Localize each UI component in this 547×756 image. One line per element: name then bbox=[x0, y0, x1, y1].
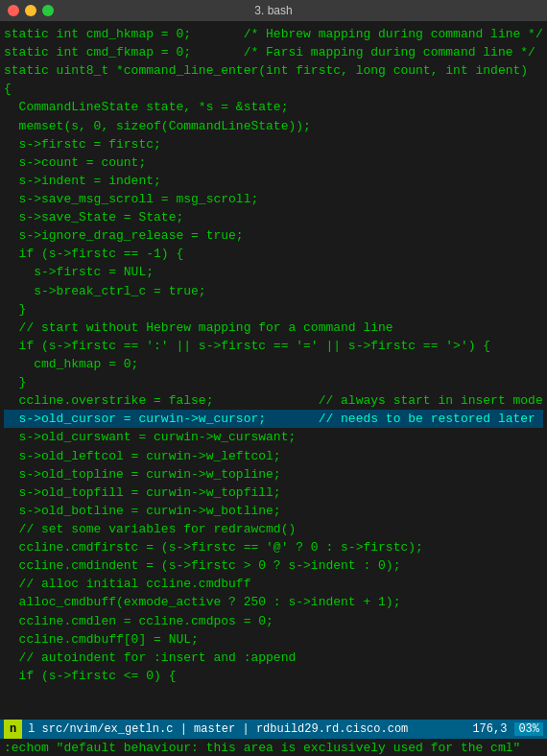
code-line: s->old_topfill = curwin->w_topfill; bbox=[4, 484, 543, 502]
cmd-text: :echom "default behaviour: this area is … bbox=[4, 741, 520, 755]
code-line: s->break_ctrl_c = true; bbox=[4, 282, 543, 300]
file-info: l src/nvim/ex_getln.c | master | rdbuild… bbox=[22, 722, 468, 736]
window-buttons bbox=[8, 5, 54, 16]
status-bar: n l src/nvim/ex_getln.c | master | rdbui… bbox=[0, 720, 547, 739]
code-line: // alloc initial ccline.cmdbuff bbox=[4, 575, 543, 593]
code-line: // start without Hebrew mapping for a co… bbox=[4, 319, 543, 337]
code-line: s->firstc = firstc; bbox=[4, 135, 543, 154]
editor-area[interactable]: static int cmd_hkmap = 0; /* Hebrew mapp… bbox=[0, 21, 547, 720]
vim-mode: n bbox=[4, 720, 22, 739]
cmd-line: :echom "default behaviour: this area is … bbox=[0, 739, 547, 756]
code-line: if (s->firstc <= 0) { bbox=[4, 667, 543, 685]
code-line: ccline.cmdbuff[0] = NUL; bbox=[4, 630, 543, 649]
code-line: ccline.overstrike = false; // always sta… bbox=[4, 391, 543, 410]
code-line: static int cmd_fkmap = 0; /* Farsi mappi… bbox=[4, 43, 543, 61]
close-button[interactable] bbox=[8, 5, 19, 16]
maximize-button[interactable] bbox=[42, 5, 54, 16]
code-line: } bbox=[4, 300, 543, 319]
title-bar: 3. bash bbox=[0, 0, 547, 21]
cursor-position: 176,3 bbox=[468, 722, 511, 736]
code-line: s->save_State = State; bbox=[4, 208, 543, 226]
server-separator: | bbox=[242, 722, 255, 736]
git-branch: master bbox=[194, 722, 235, 736]
code-line: // set some variables for redrawcmd() bbox=[4, 520, 543, 538]
code-line: ccline.cmdlen = ccline.cmdpos = 0; bbox=[4, 612, 543, 630]
code-line: s->old_botline = curwin->w_botline; bbox=[4, 502, 543, 520]
code-line: s->indent = indent; bbox=[4, 172, 543, 190]
code-line: static int cmd_hkmap = 0; /* Hebrew mapp… bbox=[4, 25, 543, 43]
code-line: if (s->firstc == ':' || s->firstc == '='… bbox=[4, 337, 543, 355]
right-info: 176,3 03% bbox=[468, 722, 543, 736]
code-line: s->old_cursor = curwin->w_cursor; // nee… bbox=[4, 410, 543, 428]
branch-separator: | bbox=[180, 722, 194, 736]
server-name: rdbuild29.rd.cisco.com bbox=[256, 722, 408, 736]
code-line: { bbox=[4, 80, 543, 98]
code-line: // autoindent for :insert and :append bbox=[4, 649, 543, 667]
code-line: s->firstc = NUL; bbox=[4, 263, 543, 281]
code-line: CommandLineState state, *s = &state; bbox=[4, 98, 543, 116]
code-line: s->count = count; bbox=[4, 154, 543, 172]
code-line: if (s->firstc == -1) { bbox=[4, 245, 543, 263]
code-line: ccline.cmdfirstc = (s->firstc == '@' ? 0… bbox=[4, 538, 543, 556]
minimize-button[interactable] bbox=[25, 5, 36, 16]
code-line: } bbox=[4, 373, 543, 391]
code-line: alloc_cmdbuff(exmode_active ? 250 : s->i… bbox=[4, 593, 543, 611]
window-title: 3. bash bbox=[254, 4, 292, 17]
file-path: l src/nvim/ex_getln.c bbox=[28, 722, 173, 736]
scroll-percent: 03% bbox=[514, 722, 543, 736]
code-line: s->old_topline = curwin->w_topline; bbox=[4, 465, 543, 484]
code-line: s->old_leftcol = curwin->w_leftcol; bbox=[4, 447, 543, 465]
code-line: memset(s, 0, sizeof(CommandLineState)); bbox=[4, 117, 543, 135]
code-line: ccline.cmdindent = (s->firstc > 0 ? s->i… bbox=[4, 556, 543, 575]
code-line: s->save_msg_scroll = msg_scroll; bbox=[4, 190, 543, 208]
code-line: cmd_hkmap = 0; bbox=[4, 355, 543, 373]
code-line: static uint8_t *command_line_enter(int f… bbox=[4, 61, 543, 80]
code-line: s->ignore_drag_release = true; bbox=[4, 226, 543, 245]
code-line: s->old_curswant = curwin->w_curswant; bbox=[4, 428, 543, 446]
code-container: static int cmd_hkmap = 0; /* Hebrew mapp… bbox=[4, 25, 543, 685]
